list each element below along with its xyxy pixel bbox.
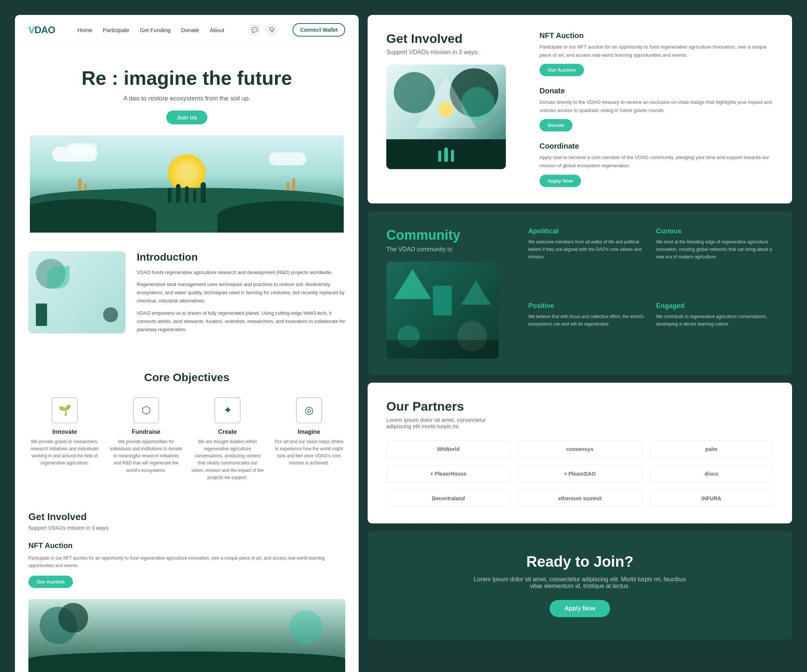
small-sun: [438, 102, 453, 117]
gi-items: NFT Auction Participate in our NFT aucti…: [540, 31, 773, 187]
our-auction-button-left[interactable]: Our Auction: [28, 576, 73, 588]
connect-wallet-button[interactable]: Connect Wallet: [292, 23, 345, 36]
get-involved-left-subtitle: Support VDAOs mission in 3 ways:: [28, 525, 345, 531]
join-us-button[interactable]: Join Us: [166, 111, 208, 124]
sil-3: [185, 186, 189, 203]
partner-palm: palm: [649, 440, 773, 458]
nav-about[interactable]: About: [209, 27, 224, 33]
cloud-2: [67, 143, 97, 154]
get-involved-left-heading: Get Involved: [28, 511, 345, 523]
intro-para-1: VDAO funds regenerative agriculture rese…: [137, 268, 345, 276]
partner-ethereum: ethereum summit: [518, 490, 642, 507]
innovate-desc: We provide grants to researchers, resear…: [28, 438, 101, 467]
partners-subtitle: Lorem ipsum dolor sit amet, consectetur …: [386, 417, 498, 429]
tree-circle-2: [58, 603, 88, 633]
get-involved-left-section: Get Involved Support VDAOs mission in 3 …: [15, 496, 359, 672]
nft-title-left: NFT Auction: [28, 541, 345, 550]
hero-section: Re : imagine the future A dao to restore…: [15, 45, 359, 233]
figures-deco: [438, 147, 454, 162]
left-panel: VDAO Home Participate Get Funding Donate…: [15, 15, 359, 672]
navbar: VDAO Home Participate Get Funding Donate…: [15, 15, 359, 45]
community-subtitle: The VDAO community is:: [386, 246, 513, 253]
ready-section: Ready to Join? Lorem ipsum dolor sit ame…: [368, 531, 792, 639]
message-icon[interactable]: 💬: [249, 24, 261, 36]
community-curious: Curious We exist at the bleeding edge of…: [656, 227, 773, 291]
apply-now-button-top[interactable]: Apply Now: [540, 175, 581, 187]
curious-desc: We exist at the bleeding edge of regener…: [656, 238, 773, 261]
nav-get-funding[interactable]: Get Funding: [140, 27, 171, 33]
community-apolitical: Apolitical We welcome members from all w…: [528, 227, 646, 291]
tree-circle-3: [289, 611, 323, 644]
nft-big-illustration: [386, 65, 506, 169]
ground-illus: [28, 652, 345, 672]
nav-home[interactable]: Home: [77, 27, 92, 33]
nav-participate[interactable]: Participate: [103, 27, 129, 33]
right-panel: Get Involved Support VDAOs mission in 3 …: [368, 15, 792, 672]
intro-illustration: [28, 251, 126, 333]
innovate-title: Innovate: [28, 429, 101, 435]
imagine-icon: ◎: [296, 397, 322, 423]
community-grid: Apolitical We welcome members from all w…: [528, 227, 773, 359]
create-icon: ✦: [214, 397, 241, 423]
cloud-3: [269, 152, 306, 166]
our-auction-button-right[interactable]: Our Auction: [540, 64, 584, 76]
partner-consensys: consensys: [518, 440, 642, 458]
partner-disco: disco: [649, 465, 773, 482]
ground-right: [218, 201, 344, 233]
gi-donate: Donate Donate directly to the VDAO treas…: [540, 87, 773, 131]
gi-coordinate-title: Coordinate: [540, 142, 773, 151]
sil-1: [168, 188, 171, 203]
nav-icons: 💬 🗨: [249, 24, 277, 36]
introduction-section: Introduction VDAO funds regenerative agr…: [15, 233, 359, 356]
apolitical-title: Apolitical: [528, 227, 646, 235]
chat-icon[interactable]: 🗨: [266, 24, 277, 36]
partners-logos-grid: 5thWorld consensys palm + PleasrHouse + …: [386, 440, 773, 507]
apply-now-button-bottom[interactable]: Apply Now: [550, 600, 611, 617]
gi-donate-desc: Donate directly to the VDAO treasury to …: [540, 98, 773, 114]
gi-coordinate: Coordinate Apply now to become a core me…: [540, 142, 773, 187]
bottom-illustration-left: [28, 599, 345, 672]
gi-coordinate-desc: Apply now to become a core member of the…: [540, 154, 773, 170]
objectives-grid: 🌱 Innovate We provide grants to research…: [28, 397, 345, 481]
gi-donate-title: Donate: [540, 87, 773, 95]
positive-desc: We believe that with focus and collectiv…: [528, 313, 646, 328]
core-objectives-heading: Core Objectives: [28, 371, 345, 384]
hero-subtitle: A dao to restore ecosystems from the soi…: [30, 95, 344, 102]
figure-deco: [36, 303, 47, 326]
silhouettes: [168, 182, 206, 203]
outer-container: VDAO Home Participate Get Funding Donate…: [15, 15, 792, 672]
get-involved-right-subtitle: Support VDAOs mission in 3 ways:: [386, 49, 521, 56]
intro-heading: Introduction: [137, 251, 345, 263]
objective-fundraise: ⬡ Fundraise We provide opportunities for…: [110, 397, 182, 481]
partners-section: Our Partners Lorem ipsum dolor sit amet,…: [368, 383, 792, 523]
tri-1: [394, 269, 431, 299]
ready-heading: Ready to Join?: [386, 553, 773, 570]
intro-para-2: Regenerative land management uses techni…: [137, 280, 345, 305]
donate-button[interactable]: Donate: [540, 119, 572, 131]
sil-5: [201, 182, 206, 203]
nav-donate[interactable]: Donate: [181, 27, 199, 33]
partner-pleasrdao: + PleasrDAO: [518, 465, 642, 482]
curious-title: Curious: [656, 227, 773, 235]
fundraise-icon: ⬡: [133, 397, 159, 423]
community-engaged: Engaged We contribute to regenerative ag…: [656, 302, 773, 359]
objective-imagine: ◎ Imagine Our art and our vision helps o…: [273, 397, 345, 481]
community-illustration: [386, 262, 498, 359]
nav-links: Home Participate Get Funding Donate Abou…: [77, 27, 234, 33]
create-desc: We are thought leaders within regenerati…: [191, 438, 264, 481]
sil-2: [176, 184, 181, 203]
partner-decentraland: Decentraland: [386, 490, 510, 507]
intro-para-3: VDAO empowers us to dream of fully regen…: [137, 309, 345, 334]
community-left-col: Community The VDAO community is:: [386, 227, 513, 359]
apolitical-desc: We welcome members from all walks of lif…: [528, 238, 646, 261]
hero-title: Re : imagine the future: [30, 68, 344, 89]
ground-left: [30, 199, 156, 233]
grid-bottom: [386, 340, 498, 359]
partners-heading: Our Partners: [386, 399, 773, 414]
community-heading: Community: [386, 227, 513, 243]
logo: VDAO: [28, 24, 55, 36]
fundraise-desc: We provide opportunities for individuals…: [110, 438, 182, 474]
imagine-desc: Our art and our vision helps others to e…: [273, 438, 345, 467]
objective-innovate: 🌱 Innovate We provide grants to research…: [28, 397, 101, 481]
innovate-icon: 🌱: [51, 397, 78, 423]
